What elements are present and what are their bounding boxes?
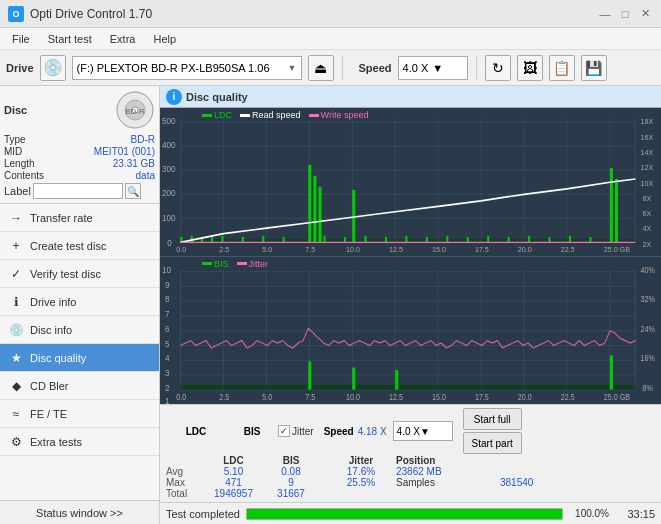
avg-jitter: 17.6% [326,466,396,477]
svg-text:400: 400 [162,140,176,150]
close-button[interactable]: ✕ [637,6,653,22]
titlebar: O Opti Drive Control 1.70 — □ ✕ [0,0,661,28]
sidebar-label-disc-quality: Disc quality [30,352,86,364]
status-window-label: Status window >> [36,507,123,519]
sidebar-label-cd-bler: CD Bler [30,380,69,392]
settings-button1[interactable]: 🖼 [517,55,543,81]
svg-text:14X: 14X [641,148,654,157]
svg-text:5.0: 5.0 [262,391,272,401]
disc-label-key: Label [4,185,31,197]
legend-ldc-label: LDC [214,110,232,120]
drive-info-icon: ℹ [8,294,24,310]
sidebar-item-disc-quality[interactable]: ★ Disc quality [0,344,159,372]
start-buttons: Start full Start part [463,408,522,454]
refresh-button[interactable]: ↻ [485,55,511,81]
svg-rect-128 [352,367,355,389]
drive-select[interactable]: (F:) PLEXTOR BD-R PX-LB950SA 1.06 ▼ [72,56,302,80]
menu-help[interactable]: Help [145,28,184,49]
svg-text:7: 7 [165,308,170,319]
extra-tests-icon: ⚙ [8,434,24,450]
svg-rect-62 [344,237,346,242]
svg-text:300: 300 [162,164,176,174]
app-icon: O [8,6,24,22]
menubar: File Start test Extra Help [0,28,661,50]
legend-write: Write speed [309,110,369,120]
svg-rect-56 [313,176,316,243]
disc-label-input[interactable] [33,183,123,199]
svg-text:10: 10 [162,264,171,275]
svg-rect-129 [395,370,398,390]
menu-start-test[interactable]: Start test [40,28,100,49]
sidebar-label-fe-te: FE / TE [30,408,67,420]
jitter-checkbox-area[interactable]: ✓ Jitter [278,425,314,437]
start-part-button[interactable]: Start part [463,432,522,454]
svg-text:9: 9 [165,279,170,290]
svg-rect-66 [615,179,618,242]
svg-text:10X: 10X [641,178,654,187]
save-button[interactable]: 💾 [581,55,607,81]
svg-text:100: 100 [162,212,176,222]
svg-text:0.0: 0.0 [176,391,186,401]
disc-label-icon-btn[interactable]: 🔍 [125,183,141,199]
sidebar-label-transfer-rate: Transfer rate [30,212,93,224]
drive-dropdown-icon: ▼ [288,63,297,73]
progress-time: 33:15 [615,508,655,520]
legend-ldc: LDC [202,110,232,120]
drive-icon-btn[interactable]: 💿 [40,55,66,81]
ldc-col-header: LDC [201,455,266,466]
sidebar-item-drive-info[interactable]: ℹ Drive info [0,288,159,316]
menu-file[interactable]: File [4,28,38,49]
maximize-button[interactable]: □ [617,6,633,22]
sidebar-item-extra-tests[interactable]: ⚙ Extra tests [0,428,159,456]
spacer-col [316,455,326,466]
toolbar-separator [342,56,343,80]
bottom-bar: Test completed 100.0% 33:15 [160,502,661,524]
svg-text:15.0: 15.0 [432,391,446,401]
sidebar-label-create-test-disc: Create test disc [30,240,106,252]
speed-value: 4.0 X [403,62,429,74]
content-area: i Disc quality LDC Read speed [160,86,661,524]
position-col-header: Position [396,455,496,466]
stats-values: LDC BIS Jitter Position Avg 5.10 0.08 17… [166,455,655,499]
max-bis: 9 [266,477,316,488]
status-window-button[interactable]: Status window >> [0,500,159,524]
sidebar-label-disc-info: Disc info [30,324,72,336]
svg-text:2X: 2X [643,240,652,249]
svg-text:7.5: 7.5 [305,245,315,254]
stats-header-row: LDC BIS Jitter Position [166,455,533,466]
svg-text:BD-R: BD-R [125,107,145,116]
sidebar-item-create-test-disc[interactable]: + Create test disc [0,232,159,260]
sidebar-item-cd-bler[interactable]: ◆ CD Bler [0,372,159,400]
svg-text:12.5: 12.5 [389,245,403,254]
ldc-color [202,114,212,117]
charts-area: LDC Read speed Write speed 500 [160,108,661,404]
read-color [240,114,250,117]
disc-contents-key: Contents [4,170,44,181]
disc-quality-title: Disc quality [186,91,248,103]
sidebar-item-fe-te[interactable]: ≈ FE / TE [0,400,159,428]
minimize-button[interactable]: — [597,6,613,22]
speed-select[interactable]: 4.0 X ▼ [398,56,468,80]
legend-bis-label: BIS [214,259,229,269]
sidebar-item-transfer-rate[interactable]: → Transfer rate [0,204,159,232]
svg-text:12.5: 12.5 [389,391,403,401]
svg-rect-63 [364,236,366,243]
start-full-button[interactable]: Start full [463,408,522,430]
menu-extra[interactable]: Extra [102,28,144,49]
jitter-checkbox[interactable]: ✓ [278,425,290,437]
legend-jitter: Jitter [237,259,269,269]
svg-rect-69 [426,237,428,242]
svg-text:2: 2 [165,382,170,393]
svg-text:32%: 32% [641,294,655,304]
eject-button[interactable]: ⏏ [308,55,334,81]
jitter-color [237,262,247,265]
svg-rect-74 [528,236,530,243]
speed-select-stats[interactable]: 4.0 X ▼ [393,421,453,441]
svg-text:6X: 6X [643,209,652,218]
settings-button2[interactable]: 📋 [549,55,575,81]
sidebar-item-verify-test-disc[interactable]: ✓ Verify test disc [0,260,159,288]
sidebar-item-disc-info[interactable]: 💿 Disc info [0,316,159,344]
lower-chart-svg: 10 9 8 7 6 5 4 3 2 1 40% 32% 24% 16% 8% [160,257,661,405]
toolbar-separator2 [476,56,477,80]
sidebar-label-extra-tests: Extra tests [30,436,82,448]
